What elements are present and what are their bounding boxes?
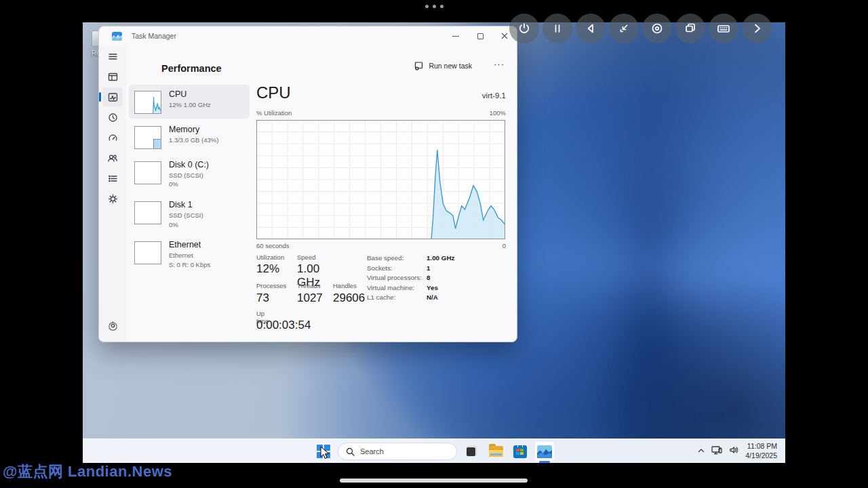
keyboard-button[interactable] <box>709 14 738 43</box>
spec-value: 8 <box>427 273 430 283</box>
spec-value: 1 <box>427 264 430 274</box>
title-bar[interactable]: Task Manager <box>99 26 517 45</box>
more-options-button[interactable]: ··· <box>490 58 509 70</box>
vm-control-toolbar <box>509 14 772 43</box>
nav-services[interactable] <box>102 189 123 208</box>
spec-value: Yes <box>427 283 438 293</box>
stat-label: Speed <box>297 253 315 261</box>
chart-bottom-axis: 60 seconds 0 <box>256 242 506 249</box>
stat-label: Handles <box>333 282 357 289</box>
stat-value-utilization: 12% <box>256 262 279 276</box>
axis-label-0: 0 <box>502 242 506 249</box>
settings-button[interactable] <box>102 316 123 335</box>
cpu-spec-list: Base speed:1.00 GHz Sockets:1 Virtual pr… <box>367 253 502 303</box>
list-item-cpu[interactable]: CPU 12% 1.00 GHz <box>129 85 250 119</box>
task-view-button[interactable] <box>461 441 481 462</box>
nav-details[interactable] <box>102 169 123 188</box>
file-explorer-button[interactable] <box>486 441 506 462</box>
power-button[interactable] <box>509 14 539 43</box>
stat-label: Utilization <box>256 253 284 261</box>
spec-label: Virtual machine: <box>367 283 427 293</box>
microsoft-store-icon <box>513 445 527 458</box>
spec-label: Base speed: <box>367 253 427 264</box>
stat-value-processes: 73 <box>256 291 269 305</box>
tray-chevron-up-icon[interactable] <box>697 445 705 458</box>
task-manager-window[interactable]: Task Manager <box>98 26 517 342</box>
stat-label: Threads <box>297 282 321 289</box>
spec-label: Virtual processors: <box>367 273 427 283</box>
run-new-task-button[interactable]: Run new task <box>409 58 477 73</box>
nav-processes[interactable] <box>102 67 123 86</box>
back-button[interactable] <box>576 14 606 43</box>
device-name: CPU <box>169 89 211 100</box>
network-icon[interactable] <box>711 445 723 458</box>
memory-mini-chart <box>134 126 161 149</box>
disc-button[interactable] <box>642 14 672 43</box>
uptime-value: 0:00:03:54 <box>256 319 311 332</box>
task-manager-taskbar-button[interactable] <box>534 441 555 462</box>
file-explorer-icon <box>489 446 503 457</box>
watermark-text: @蓝点网 Landian.News <box>3 462 172 482</box>
maximize-button[interactable] <box>468 26 492 45</box>
hamburger-menu-button[interactable] <box>102 47 123 66</box>
taskbar: Search <box>83 439 785 463</box>
spec-value: 1.00 GHz <box>427 253 454 264</box>
volume-icon[interactable] <box>729 445 739 458</box>
shrink-button[interactable] <box>609 14 639 43</box>
page-title: Performance <box>161 63 222 74</box>
window-title: Task Manager <box>132 32 176 40</box>
cpu-device-name: virt-9.1 <box>482 92 506 100</box>
clock[interactable]: 11:08 PM 4/19/2025 <box>745 442 777 460</box>
windows-desktop[interactable]: Rec Task Manager <box>83 22 785 463</box>
search-placeholder: Search <box>360 447 384 455</box>
stat-label: Processes <box>256 282 286 289</box>
minimize-button[interactable] <box>443 26 468 45</box>
forward-button[interactable] <box>742 14 772 43</box>
search-input[interactable]: Search <box>338 443 457 460</box>
ethernet-mini-chart <box>134 241 161 264</box>
disk0-mini-chart <box>134 161 161 184</box>
list-item-disk0[interactable]: Disk 0 (C:) SSD (SCSI) 0% <box>129 155 250 194</box>
home-indicator-bar[interactable] <box>340 479 528 483</box>
pause-button[interactable] <box>542 14 572 43</box>
device-sub2: 0% <box>169 180 209 189</box>
axis-label-60s: 60 seconds <box>256 242 290 249</box>
cpu-detail-panel: CPU virt-9.1 % Utilization 100% 60 secon… <box>254 79 507 342</box>
disk1-mini-chart <box>134 201 161 224</box>
performance-device-list: CPU 12% 1.00 GHz Memory 1.3/3.0 GB (43%)… <box>129 85 250 275</box>
task-manager-logo-icon <box>112 32 122 41</box>
list-item-ethernet[interactable]: Ethernet Ethernet S: 0 R: 0 Kbps <box>129 235 250 274</box>
tray-time: 11:08 PM <box>745 442 777 451</box>
device-sub2: S: 0 R: 0 Kbps <box>169 260 210 270</box>
nav-app-history[interactable] <box>102 108 123 127</box>
device-name: Ethernet <box>169 240 210 251</box>
top-handle-dots <box>425 5 443 8</box>
device-sub: 12% 1.00 GHz <box>169 100 211 110</box>
list-item-disk1[interactable]: Disk 1 SSD (SCSI) 0% <box>129 195 250 234</box>
cpu-mini-chart <box>134 91 161 114</box>
nav-users[interactable] <box>102 148 123 167</box>
task-view-icon <box>463 443 479 460</box>
nav-startup-apps[interactable] <box>102 128 123 147</box>
device-sub: SSD (SCSI) <box>169 171 209 180</box>
task-manager-icon <box>537 445 552 458</box>
device-name: Memory <box>169 125 218 136</box>
stat-value-threads: 1027 <box>297 291 323 305</box>
device-sub2: 0% <box>169 220 203 230</box>
nav-performance[interactable] <box>102 87 123 106</box>
list-item-memory[interactable]: Memory 1.3/3.0 GB (43%) <box>129 120 250 154</box>
run-new-task-label: Run new task <box>429 62 472 70</box>
stat-value-handles: 29606 <box>333 291 365 305</box>
device-sub: SSD (SCSI) <box>169 211 203 220</box>
device-sub: 1.3/3.0 GB (43%) <box>169 136 218 145</box>
spec-label: L1 cache: <box>367 293 427 303</box>
run-new-task-icon <box>414 61 424 70</box>
cpu-title: CPU <box>256 83 291 102</box>
mouse-cursor <box>320 446 330 463</box>
windows-switch-button[interactable] <box>675 14 705 43</box>
microsoft-store-button[interactable] <box>510 441 530 462</box>
search-icon <box>346 447 355 456</box>
content-header: Performance Run new task ··· <box>126 45 517 79</box>
device-name: Disk 0 (C:) <box>169 160 209 171</box>
cpu-utilization-chart[interactable] <box>256 120 505 239</box>
